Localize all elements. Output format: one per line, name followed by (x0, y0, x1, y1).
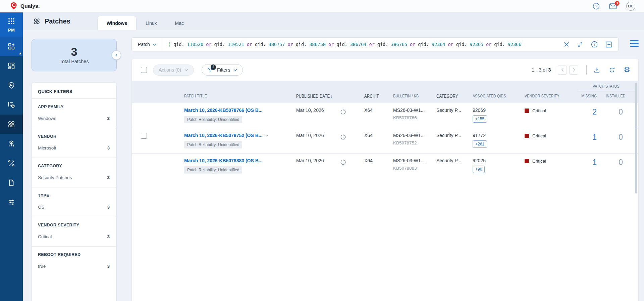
kb-link[interactable]: KB5078752 (393, 140, 429, 145)
quick-filter-item[interactable]: Critical3 (38, 233, 110, 241)
patch-reliability-badge: Patch Reliability: Unidentified (184, 166, 242, 174)
patches-table: Actions (0) 2 Filters 1 - 3 (131, 59, 639, 301)
sort-arrow-icon[interactable]: ↓ (331, 93, 333, 99)
quick-filter-item[interactable]: Microsoft3 (38, 145, 110, 153)
quick-filter-item[interactable]: true3 (38, 263, 110, 271)
table-row[interactable]: March 10, 2026-KB5078883 (OS B... Patch … (132, 153, 638, 178)
qid-more-badge[interactable]: +155 (473, 115, 487, 123)
quick-filter-section: REBOOT REQUIRED true3 (32, 246, 116, 276)
expand-search-icon[interactable] (577, 42, 583, 47)
help-icon[interactable]: ? (593, 3, 600, 10)
reboot-required-icon (340, 108, 358, 123)
chevron-left-icon (114, 53, 118, 57)
add-query-icon[interactable] (606, 41, 612, 48)
refresh-icon[interactable] (608, 67, 615, 74)
remediation-tools-icon (7, 159, 15, 167)
sidebar-item-remediation[interactable] (0, 154, 23, 173)
column-header-installed[interactable]: INSTALLED (601, 93, 632, 99)
chevron-down-icon[interactable] (265, 134, 269, 137)
sidebar-item-dashboards[interactable] (0, 56, 23, 76)
next-page-button[interactable] (569, 66, 578, 75)
settings-gear-icon[interactable]: ⚙ (624, 66, 630, 74)
tab-linux[interactable]: Linux (137, 16, 166, 30)
select-all-checkbox[interactable] (141, 67, 147, 73)
actions-button[interactable]: Actions (0) (153, 64, 194, 76)
sidebar-item-configuration[interactable] (0, 192, 23, 212)
category-cell: Security P... (429, 133, 462, 148)
sidebar-item-vulnerabilities[interactable] (0, 76, 23, 95)
published-date-cell: Mar 10, 2026 (296, 108, 340, 123)
search-bar: Patch (qid:110520orqid:110521orqid:38675… (131, 37, 619, 51)
quick-filter-item[interactable]: Security Patches3 (38, 174, 110, 182)
kb-link[interactable]: KB5078883 (393, 166, 429, 171)
installed-count-link[interactable]: 0 (601, 108, 632, 123)
reports-document-icon (7, 179, 15, 187)
column-header-missing[interactable]: MISSING (571, 93, 601, 99)
bulletin-value: MS26-03-W1... (393, 108, 429, 113)
platform-tabs: WindowsLinuxMac (97, 12, 193, 30)
tab-mac[interactable]: Mac (166, 16, 193, 30)
quick-filter-section: TYPE OS3 (32, 187, 116, 217)
severity-label: Critical (532, 108, 546, 113)
topbar: Qualys. ? 3 DC (0, 0, 644, 12)
menu-icon[interactable] (630, 40, 639, 47)
installed-count-link[interactable]: 0 (601, 133, 632, 148)
sidebar-item-dashboard-add[interactable] (0, 37, 23, 56)
kb-link[interactable]: KB5078766 (393, 115, 429, 120)
sidebar-item-patches[interactable] (0, 115, 23, 134)
column-header-patch-title[interactable]: PATCH TITLE (184, 93, 296, 99)
assets-icon (7, 140, 15, 148)
chevron-down-icon (184, 69, 188, 71)
page-title: Patches (33, 17, 70, 25)
associated-qids-cell: 92069 +155 (462, 108, 513, 123)
tab-windows[interactable]: Windows (97, 16, 137, 30)
patch-title-link[interactable]: March 10, 2026-KB5078752 (OS B... (184, 133, 262, 138)
sidebar-item-assets[interactable] (0, 134, 23, 154)
column-header-associated-qids[interactable]: ASSOCIATED QIDS (462, 93, 513, 99)
table-row[interactable]: March 10, 2026-KB5078752 (OS B... Patch … (132, 128, 638, 153)
qid-more-badge[interactable]: +261 (473, 140, 487, 148)
column-header-vendor-severity[interactable]: VENDOR SEVERITY (513, 93, 571, 99)
qid-more-badge[interactable]: +90 (473, 166, 485, 173)
query-help-icon[interactable]: ? (591, 41, 598, 48)
prev-page-button[interactable] (558, 66, 567, 75)
download-icon[interactable] (593, 67, 600, 74)
notifications-icon[interactable]: 3 (609, 3, 617, 9)
collapse-panel-button[interactable] (112, 50, 121, 60)
quick-filter-item[interactable]: Windows3 (38, 115, 110, 123)
qid-value: 91772 (473, 133, 513, 138)
search-scope-dropdown[interactable]: Patch (132, 42, 162, 47)
quick-filter-section: VENDOR Microsoft3 (32, 128, 116, 158)
column-header-bulletin-kb[interactable]: BULLETIN / KB (384, 93, 429, 99)
sidebar-item-prioritization[interactable] (0, 95, 23, 115)
severity-swatch (525, 109, 529, 113)
quick-filter-section: APP FAMILY Windows3 (32, 98, 116, 128)
vertical-scrollbar[interactable] (635, 83, 637, 194)
quick-filter-item[interactable]: OS3 (38, 204, 110, 212)
column-header-architecture[interactable]: ARCHIT (358, 93, 384, 99)
published-date-cell: Mar 10, 2026 (296, 158, 340, 174)
filters-button[interactable]: 2 Filters (202, 64, 243, 76)
missing-count-link[interactable]: 2 (571, 108, 601, 123)
sidebar-app-switcher[interactable]: PM (0, 12, 23, 37)
search-query[interactable]: (qid:110520orqid:110521orqid:386757orqid… (162, 42, 564, 47)
sidebar-item-reports[interactable] (0, 173, 23, 192)
chevron-down-icon (153, 43, 156, 46)
column-header-category[interactable]: CATEGORY (429, 93, 462, 99)
patch-title-link[interactable]: March 10, 2026-KB5078766 (OS B... (184, 108, 262, 113)
total-patches-card[interactable]: 3 Total Patches (32, 39, 117, 71)
missing-count-link[interactable]: 1 (571, 158, 601, 174)
patch-title-link[interactable]: March 10, 2026-KB5078883 (OS B... (184, 158, 262, 163)
quick-filter-section: CATEGORY Security Patches3 (32, 158, 116, 187)
column-header-published-date[interactable]: PUBLISHED DATE↓ (296, 93, 340, 99)
missing-count-link[interactable]: 1 (571, 133, 601, 148)
clear-search-icon[interactable] (564, 42, 569, 47)
left-panel: 3 Total Patches QUICK FILTERS APP FAMILY… (32, 30, 117, 301)
table-row[interactable]: March 10, 2026-KB5078766 (OS B... Patch … (132, 103, 638, 128)
bulletin-kb-cell: MS26-03-W1... KB5078752 (384, 133, 429, 148)
page-header: Patches WindowsLinuxMac (23, 12, 644, 30)
user-avatar[interactable]: DC (626, 2, 635, 11)
quick-filter-heading: APP FAMILY (38, 104, 110, 109)
row-checkbox[interactable] (141, 133, 147, 139)
installed-count-link[interactable]: 0 (601, 158, 632, 174)
